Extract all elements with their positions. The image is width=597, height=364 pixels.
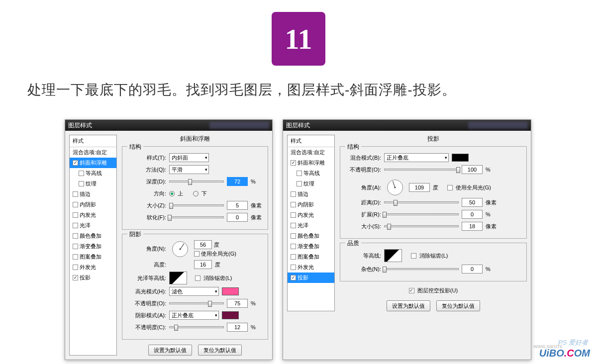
checkbox-icon[interactable] [291,265,296,270]
soften-input[interactable]: 0 [227,213,248,222]
checkbox-icon[interactable] [73,191,78,197]
checkbox-icon[interactable] [73,275,78,280]
opacity-input[interactable]: 100 [462,165,483,174]
global-light-checkbox[interactable] [194,251,199,257]
method-select[interactable]: 平滑 [169,165,209,174]
checkbox-icon[interactable] [297,171,302,176]
contour-picker[interactable] [384,249,402,262]
sidebar-item[interactable]: 内阴影 [288,199,334,210]
sidebar-item[interactable]: 内阴影 [70,199,116,210]
size-input[interactable]: 5 [227,201,248,210]
sidebar-item[interactable]: 纹理 [70,179,116,189]
checkbox-icon[interactable] [291,160,296,166]
size-label: 大小(S): [345,223,381,230]
sidebar-item[interactable]: 外发光 [288,262,334,273]
sidebar-item[interactable]: 图案叠加 [70,252,116,262]
sidebar-item[interactable]: 颜色叠加 [70,231,116,241]
checkbox-icon[interactable] [73,254,78,260]
depth-slider[interactable] [169,181,224,182]
sidebar-item[interactable]: 等高线 [288,168,334,179]
sidebar-item[interactable]: 斜面和浮雕 [288,158,334,168]
checkbox-icon[interactable] [73,202,78,207]
angle-dial[interactable] [387,180,403,195]
sidebar-blend-options[interactable]: 混合选项:自定 [288,147,334,158]
checkbox-icon[interactable] [291,244,296,249]
shadow-color-chip[interactable] [452,154,469,162]
sidebar-item[interactable]: 图案叠加 [288,252,334,262]
size-slider[interactable] [384,225,459,227]
checkbox-icon[interactable] [297,181,302,186]
direction-down-radio[interactable] [193,191,199,196]
spread-slider[interactable] [384,213,459,215]
checkbox-icon[interactable] [291,275,296,280]
reset-default-button[interactable]: 复位为默认值 [436,300,480,311]
gloss-contour-picker[interactable] [169,272,187,284]
checkbox-icon[interactable] [79,181,84,186]
watermark-ps: PS 爱好者 [558,338,588,347]
sidebar-item[interactable]: 渐变叠加 [70,241,116,252]
sidebar-item[interactable]: 等高线 [70,168,116,179]
checkbox-icon[interactable] [291,254,296,260]
highlight-color-chip[interactable] [222,287,239,295]
sidebar-item[interactable]: 纹理 [288,179,334,189]
checkbox-icon[interactable] [291,191,296,197]
sidebar-item[interactable]: 描边 [288,189,334,199]
sidebar-item[interactable]: 光泽 [288,220,334,231]
set-default-button[interactable]: 设置为默认值 [387,300,430,311]
distance-input[interactable]: 50 [462,198,483,207]
spread-input[interactable]: 0 [462,210,483,219]
depth-input[interactable]: 72 [227,177,248,186]
checkbox-icon[interactable] [79,171,84,176]
checkbox-icon[interactable] [73,233,78,239]
size-input[interactable]: 18 [462,222,483,231]
checkbox-icon[interactable] [73,223,78,228]
opacity-slider[interactable] [384,169,459,171]
checkbox-icon[interactable] [73,244,78,249]
shadow-opacity-slider[interactable] [169,326,224,328]
direction-up-radio[interactable] [169,191,175,196]
angle-input[interactable]: 56 [194,240,212,249]
style-select[interactable]: 内斜面 [169,153,209,162]
checkbox-icon[interactable] [73,212,78,218]
knockout-checkbox[interactable] [409,288,414,293]
highlight-mode-select[interactable]: 滤色 [169,287,219,296]
shadow-color-chip[interactable] [222,311,239,319]
checkbox-icon[interactable] [73,265,78,270]
sidebar-item[interactable]: 投影 [288,273,334,283]
size-slider[interactable] [169,204,224,206]
checkbox-icon[interactable] [291,202,296,207]
shadow-mode-select[interactable]: 正片叠底 [169,311,219,320]
sidebar-item[interactable]: 内发光 [288,210,334,220]
sidebar-item[interactable]: 投影 [70,273,116,283]
set-default-button[interactable]: 设置为默认值 [148,345,192,356]
soften-slider[interactable] [169,216,224,218]
antialias-checkbox[interactable] [195,275,200,281]
group-title: 结构 [127,143,143,151]
sidebar-item[interactable]: 斜面和浮雕 [70,158,116,168]
noise-input[interactable]: 0 [462,265,483,273]
angle-input[interactable]: 109 [409,183,430,192]
sidebar-item[interactable]: 外发光 [70,262,116,273]
gloss-contour-label: 光泽等高线: [127,274,166,282]
checkbox-icon[interactable] [291,223,296,228]
sidebar-item[interactable]: 内发光 [70,210,116,220]
sidebar-blend-options[interactable]: 混合选项:自定 [70,147,116,158]
antialias-checkbox[interactable] [411,253,416,259]
checkbox-icon[interactable] [291,212,296,218]
sidebar-item[interactable]: 光泽 [70,220,116,231]
sidebar-item[interactable]: 描边 [70,189,116,199]
altitude-input[interactable]: 16 [194,260,212,269]
distance-slider[interactable] [384,201,459,203]
sidebar-item[interactable]: 颜色叠加 [288,231,334,241]
shadow-opacity-input[interactable]: 12 [227,323,248,332]
highlight-opacity-slider[interactable] [169,302,224,304]
global-light-checkbox[interactable] [447,185,453,190]
checkbox-icon[interactable] [291,233,296,239]
reset-default-button[interactable]: 复位为默认值 [198,345,242,356]
sidebar-item[interactable]: 渐变叠加 [288,241,334,252]
noise-slider[interactable] [384,268,459,270]
checkbox-icon[interactable] [73,160,78,166]
blend-mode-select[interactable]: 正片叠底 [384,153,449,162]
highlight-opacity-input[interactable]: 75 [227,299,248,308]
angle-dial[interactable] [172,241,188,257]
